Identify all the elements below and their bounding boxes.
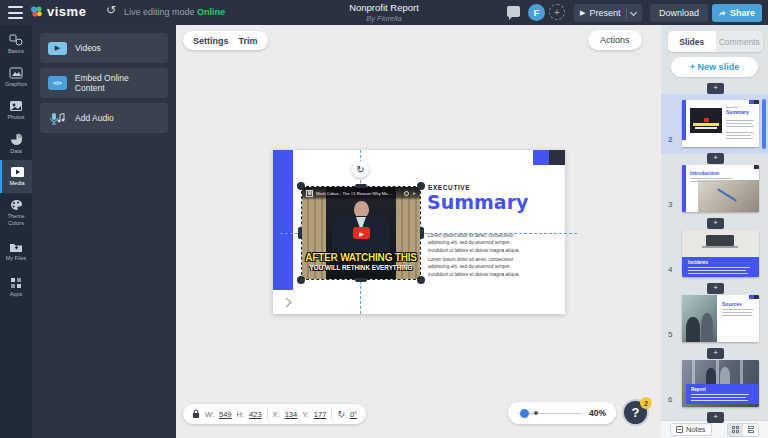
grid-view-button[interactable] [728, 424, 743, 436]
sidebar-item-apps[interactable]: Apps [0, 271, 32, 304]
height-value[interactable]: 423 [249, 410, 262, 419]
download-button[interactable]: Download [650, 4, 708, 22]
width-value[interactable]: 549 [219, 410, 232, 419]
mini-corner-dark [754, 100, 759, 104]
rotate-handle[interactable]: ↻ [352, 161, 369, 178]
grid-view-icon [732, 426, 739, 433]
present-button[interactable]: ▶ Present [574, 4, 642, 22]
height-label: H: [237, 410, 245, 419]
y-label: Y: [302, 410, 309, 419]
resize-handle-nw[interactable] [297, 182, 305, 190]
chevron-down-icon[interactable] [630, 8, 637, 15]
tab-comments[interactable]: Comments [716, 31, 764, 52]
mini-slide-title: Sources [722, 301, 742, 307]
list-view-button[interactable] [743, 424, 758, 436]
comments-icon[interactable] [507, 6, 520, 17]
resize-handle-e[interactable] [420, 227, 424, 239]
slide-corner-dark [549, 150, 565, 165]
slide-number: 5 [668, 330, 680, 339]
actions-button[interactable]: Actions [588, 30, 642, 50]
sidebar-item-theme-colors[interactable]: Theme Colors [0, 193, 32, 232]
trim-button[interactable]: Trim [239, 36, 258, 46]
undo-icon[interactable]: ↺ [106, 3, 116, 17]
avatar[interactable]: F [528, 4, 545, 21]
rotation-value[interactable]: 0° [350, 410, 357, 419]
divider [331, 409, 332, 420]
resize-handle-w[interactable] [298, 227, 302, 239]
notes-button[interactable]: Notes [670, 423, 712, 436]
visme-logo[interactable]: visme [30, 4, 86, 19]
top-bar: visme ↺ Live editing mode Online Nonprof… [0, 0, 768, 25]
lock-icon[interactable] [192, 409, 200, 419]
video-overlay-line-1: AFTER WATCHING THIS [302, 252, 420, 263]
zoom-slider-track[interactable] [518, 413, 581, 414]
slides-panel: Slides Comments + New slide + 2 Summary … [661, 25, 768, 438]
mini-video-thumb [690, 108, 722, 133]
slide-thumbnail-3[interactable]: Introduction [682, 165, 759, 212]
chevron-right-icon [281, 297, 291, 307]
canvas-area: Settings Trim Actions EXECUTIVE Summary … [176, 25, 661, 438]
resize-handle-sw[interactable] [297, 276, 305, 284]
mini-photo [682, 230, 759, 257]
sidebar-item-graphics[interactable]: Graphics [0, 61, 32, 94]
photo-icon [9, 100, 23, 112]
sidebar-item-data[interactable]: Data [0, 127, 32, 160]
insert-slide-button[interactable]: + [707, 218, 724, 229]
share-button[interactable]: Share [712, 4, 762, 22]
sidebar-item-media[interactable]: Media [0, 160, 32, 193]
slide-thumbnail-4[interactable]: Incidents [682, 230, 759, 277]
x-value[interactable]: 134 [285, 410, 298, 419]
share-video-icon[interactable]: ➤ [412, 191, 416, 196]
resize-handle-ne[interactable] [417, 182, 425, 190]
add-collaborator-button[interactable]: + [549, 4, 565, 20]
insert-slide-button[interactable]: + [707, 348, 724, 359]
play-icon: ▶ [580, 9, 585, 17]
mini-slide-title: Report [691, 387, 706, 392]
slide-thumbnail-2[interactable]: Summary [682, 100, 759, 147]
youtube-play-button[interactable]: ▶ [353, 227, 370, 239]
x-label: X: [273, 410, 280, 419]
embed-online-content-button[interactable]: </> Embed Online Content [40, 68, 168, 98]
insert-slide-button[interactable]: + [707, 153, 724, 164]
slide-title-text[interactable]: Summary [427, 191, 528, 213]
sidebar-item-my-files[interactable]: My Files [0, 235, 32, 268]
resize-handle-se[interactable] [417, 276, 425, 284]
sidebar-item-photos[interactable]: Photos [0, 94, 32, 127]
document-author: By Fiorella [304, 14, 464, 23]
new-slide-button[interactable]: + New slide [671, 57, 758, 77]
pie-chart-icon [10, 133, 23, 146]
add-audio-button[interactable]: Add Audio [40, 103, 168, 133]
mini-accent-bar [682, 100, 686, 140]
next-slide-chevron-button[interactable] [275, 292, 297, 312]
tab-slides[interactable]: Slides [668, 31, 716, 52]
code-icon: </> [48, 76, 67, 90]
slide-paragraph-2[interactable]: Lorem ipsum dolor sit amet, consectetur … [428, 256, 522, 278]
zoom-control: 40% [508, 402, 616, 424]
slide-thumbnail-5[interactable]: Sources [682, 295, 759, 342]
video-element[interactable]: M Mark Cuban - The #1 Reason Why Mo... ➤… [302, 187, 420, 279]
resize-handle-n[interactable] [355, 184, 367, 188]
apps-grid-icon [10, 277, 22, 289]
insert-slide-button[interactable]: + [707, 283, 724, 294]
slide-eyebrow-text[interactable]: EXECUTIVE [428, 184, 470, 191]
settings-button[interactable]: Settings [193, 36, 229, 46]
zoom-percentage: 40% [589, 408, 606, 418]
document-title: Nonprofit Report [304, 2, 464, 13]
mini-photo [682, 295, 717, 342]
insert-slide-button[interactable]: + [707, 83, 724, 94]
slide-paragraph-1[interactable]: Lorem ipsum dolor sit amet, consectetur … [428, 232, 522, 254]
videos-button[interactable]: ▶ Videos [40, 33, 168, 63]
mini-slide-title: Introduction [690, 170, 719, 176]
slide-corner-blue [533, 150, 549, 165]
hamburger-menu-icon[interactable] [8, 6, 23, 19]
slide-thumbnail-6[interactable]: Report [682, 360, 759, 407]
resize-handle-s[interactable] [355, 278, 367, 282]
panel-scrollbar-thumb[interactable] [762, 99, 766, 149]
watch-later-icon[interactable] [404, 191, 409, 196]
sidebar-item-basics[interactable]: Basics [0, 28, 32, 61]
document-meta: Nonprofit Report By Fiorella [304, 2, 464, 23]
y-value[interactable]: 177 [314, 410, 327, 419]
insert-slide-button[interactable]: + [707, 412, 724, 423]
zoom-slider-knob[interactable] [520, 409, 529, 418]
view-toggle [727, 423, 759, 437]
